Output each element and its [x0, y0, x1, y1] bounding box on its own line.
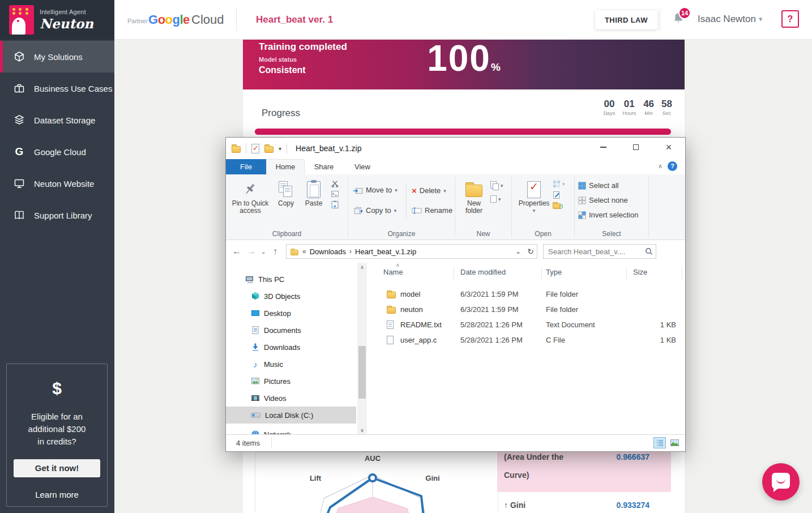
- explorer-titlebar[interactable]: ✓ ▾ Heart_beat_v.1.zip ×: [226, 138, 685, 159]
- forward-icon[interactable]: →: [244, 246, 259, 256]
- breadcrumb-downloads[interactable]: Downloads: [310, 247, 346, 256]
- app-logo[interactable]: Intelligent Agent Neuton: [0, 0, 114, 40]
- copy-button[interactable]: Copy: [273, 179, 298, 207]
- details-view-button[interactable]: [653, 437, 666, 448]
- tree-item-videos[interactable]: Videos: [226, 390, 356, 407]
- move-to-button[interactable]: Move to▾: [353, 186, 398, 194]
- tree-item-downloads[interactable]: Downloads: [226, 339, 356, 356]
- column-size[interactable]: Size: [633, 268, 647, 276]
- search-input[interactable]: [544, 245, 656, 258]
- select-none-button[interactable]: Select none: [578, 196, 628, 204]
- back-icon[interactable]: ←: [229, 246, 244, 256]
- properties-button[interactable]: ✓ Properties▾: [518, 179, 550, 215]
- sidebar-item-google-cloud[interactable]: G Google Cloud: [0, 136, 114, 168]
- column-date-modified[interactable]: Date modified: [460, 268, 506, 276]
- new-item-icon[interactable]: ▾: [490, 181, 503, 190]
- tree-item-this-pc[interactable]: This PC: [226, 271, 356, 288]
- organize-divider: [406, 182, 407, 219]
- tree-item-3d-objects[interactable]: 3D Objects: [226, 288, 356, 305]
- training-banner: Training completed Model status Consiste…: [243, 40, 685, 89]
- learn-more-link[interactable]: Learn more: [7, 490, 107, 499]
- help-button[interactable]: ?: [781, 10, 799, 28]
- desktop-icon: [251, 309, 260, 318]
- scroll-up-icon[interactable]: ∧: [357, 263, 367, 272]
- breadcrumb-separator-icon[interactable]: ›: [349, 247, 352, 255]
- sidebar-item-business-use-cases[interactable]: Business Use Cases: [0, 72, 114, 104]
- address-dropdown-icon[interactable]: ⌄: [512, 247, 524, 255]
- radar-axis-auc: AUC: [356, 454, 390, 463]
- window-folder-icon: [232, 146, 241, 153]
- column-separator[interactable]: [454, 266, 454, 280]
- tab-share[interactable]: Share: [305, 159, 343, 174]
- tree-item-desktop[interactable]: Desktop: [226, 305, 356, 322]
- chevron-down-icon[interactable]: ▾: [759, 15, 763, 23]
- history-icon[interactable]: [553, 202, 565, 209]
- c-file-icon: [387, 336, 394, 344]
- tree-item-local-disk-c[interactable]: Local Disk (C:): [226, 407, 356, 424]
- recent-locations-icon[interactable]: ⌄: [259, 248, 268, 255]
- search-icon[interactable]: [645, 247, 653, 255]
- file-row-neuton[interactable]: neuton 6/3/2021 1:59 PM File folder: [367, 302, 685, 318]
- new-folder-button[interactable]: Newfolder: [460, 179, 488, 215]
- explorer-help-icon[interactable]: ?: [668, 161, 677, 171]
- sidebar-item-support-library[interactable]: Support Library: [0, 199, 114, 231]
- group-label: New: [455, 230, 511, 238]
- notifications-bell-button[interactable]: 14: [672, 11, 689, 28]
- refresh-icon[interactable]: ↻: [524, 247, 537, 256]
- paste-shortcut-icon[interactable]: [331, 200, 339, 208]
- collapse-ribbon-icon[interactable]: ∧: [658, 163, 663, 170]
- sidebar: Intelligent Agent Neuton My Solutions Bu…: [0, 0, 114, 513]
- file-row-user-app[interactable]: user_app.c 5/28/2021 1:26 PM C File 1 KB: [367, 333, 685, 348]
- copy-path-icon[interactable]: [331, 191, 339, 197]
- invert-selection-button[interactable]: Invert selection: [578, 211, 638, 219]
- sidebar-item-dataset-storage[interactable]: Dataset Storage: [0, 104, 114, 136]
- column-type[interactable]: Type: [546, 268, 562, 276]
- open-icon[interactable]: ▾: [553, 180, 565, 188]
- file-row-readme[interactable]: README.txt 5/28/2021 1:26 PM Text Docume…: [367, 318, 685, 333]
- qat-customize-icon[interactable]: ▾: [279, 146, 281, 152]
- tree-item-music[interactable]: ♪Music: [226, 356, 356, 373]
- minimize-button[interactable]: [591, 138, 616, 157]
- select-all-button[interactable]: Select all: [578, 181, 619, 190]
- breadcrumb-current[interactable]: Heart_beat_v.1.zip: [355, 247, 416, 256]
- pin-to-quick-access-button[interactable]: Pin to Quickaccess: [230, 179, 270, 215]
- rename-button[interactable]: Rename: [412, 206, 452, 215]
- gini-metric-row[interactable]: ↑ Gini 0.933274: [497, 499, 671, 513]
- sidebar-item-my-solutions[interactable]: My Solutions: [0, 41, 114, 72]
- easy-access-icon[interactable]: ▾: [490, 195, 503, 203]
- edit-icon[interactable]: [553, 191, 565, 199]
- tree-scrollbar[interactable]: ∧ ∨: [357, 263, 367, 435]
- tree-scrollbar-thumb[interactable]: [358, 346, 366, 399]
- tab-home[interactable]: Home: [266, 159, 305, 174]
- close-button[interactable]: ×: [656, 138, 681, 157]
- sidebar-item-label: Support Library: [34, 211, 92, 220]
- up-icon[interactable]: ↑: [268, 246, 283, 256]
- large-icons-view-button[interactable]: [668, 437, 681, 448]
- file-row-model[interactable]: model 6/3/2021 1:59 PM File folder: [367, 287, 685, 302]
- column-separator[interactable]: [541, 266, 542, 280]
- qat-folder-icon[interactable]: [264, 146, 273, 153]
- tab-view[interactable]: View: [343, 159, 382, 174]
- qat-properties-icon[interactable]: ✓: [251, 144, 259, 153]
- pin-icon: [242, 179, 258, 200]
- auc-metric-row[interactable]: (Area Under theCurve) 0.966637: [497, 448, 671, 492]
- address-box[interactable]: « Downloads › Heart_beat_v.1.zip ⌄ ↻: [286, 244, 537, 259]
- tree-item-pictures[interactable]: Pictures: [226, 373, 356, 390]
- tab-file[interactable]: File: [226, 159, 266, 174]
- get-it-now-button[interactable]: Get it now!: [14, 459, 100, 477]
- sidebar-item-neuton-website[interactable]: Neuton Website: [0, 168, 114, 199]
- tree-item-documents[interactable]: Documents: [226, 322, 356, 339]
- delete-button[interactable]: × Delete▾: [412, 186, 446, 195]
- column-name[interactable]: Name: [383, 268, 403, 276]
- column-separator[interactable]: [682, 266, 682, 280]
- breadcrumb-overflow-icon[interactable]: «: [302, 247, 306, 255]
- column-separator[interactable]: [626, 266, 627, 280]
- copy-to-button[interactable]: Copy to▾: [353, 206, 396, 215]
- cut-icon[interactable]: [331, 180, 339, 187]
- third-law-button[interactable]: THIRD LAW: [595, 10, 657, 29]
- user-menu[interactable]: Isaac Newton: [698, 14, 756, 25]
- chevron-down-icon: ▾: [562, 181, 565, 187]
- chat-fab-button[interactable]: [762, 463, 800, 501]
- paste-button[interactable]: Paste: [301, 179, 327, 207]
- maximize-button[interactable]: [623, 138, 648, 157]
